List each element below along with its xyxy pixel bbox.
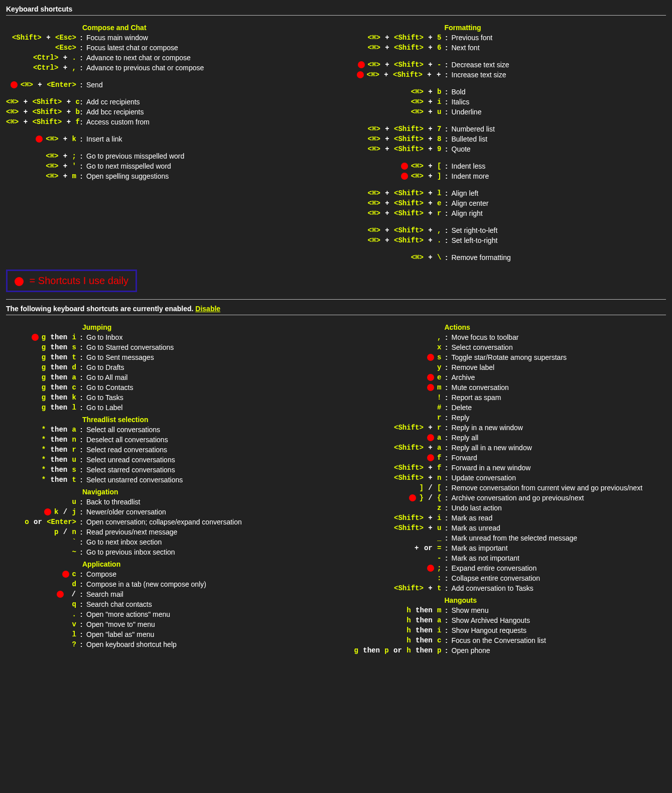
shortcut-row: c:Compose <box>6 569 326 579</box>
shortcut-description: Decrease text size <box>449 60 509 70</box>
shortcut-description: Select read conversations <box>83 445 167 455</box>
shortcut-row: <⌘> + u:Underline <box>346 107 666 117</box>
shortcut-row: <⌘> + <Enter>:Send <box>6 80 326 90</box>
red-dot-icon <box>15 277 24 286</box>
shortcut-row: <⌘> + ':Go to next misspelled word <box>6 161 326 171</box>
colon: : <box>445 635 449 645</box>
shortcut-keys: <⌘> + u <box>346 107 445 117</box>
shortcut-row: m:Mute conversation <box>346 382 666 392</box>
shortcut-keys: ; <box>346 563 445 573</box>
shortcut-keys: y <box>346 362 445 372</box>
shortcut-description: Previous font <box>449 33 493 43</box>
shortcut-keys: , <box>346 332 445 342</box>
shortcut-description: Toggle star/Rotate among superstars <box>449 352 567 362</box>
section-title: Threadlist selection <box>82 416 326 424</box>
shortcut-row: v:Open "move to" menu <box>6 619 326 629</box>
colon: : <box>79 579 83 589</box>
shortcut-keys: s <box>346 352 445 362</box>
colon: : <box>79 609 83 619</box>
shortcut-description: Access custom from <box>83 117 150 127</box>
shortcut-row: * then u:Select unread conversations <box>6 455 326 465</box>
colon: : <box>79 332 83 342</box>
shortcut-keys: h then c <box>346 635 445 645</box>
shortcut-description: Indent less <box>449 161 486 171</box>
shortcut-keys: h then a <box>346 615 445 625</box>
colon: : <box>79 435 83 445</box>
shortcut-row: <⌘> + <Shift> + + :Increase text size <box>346 70 666 80</box>
divider <box>6 15 666 16</box>
shortcut-keys: ~ <box>6 547 79 557</box>
shortcut-keys: g then a <box>6 372 79 382</box>
colon: : <box>445 97 449 107</box>
shortcut-description: Compose in a tab (new compose only) <box>83 579 206 589</box>
shortcut-keys: ` <box>6 537 79 547</box>
shortcut-keys: / <box>6 589 79 599</box>
colon: : <box>445 87 449 97</box>
colon: : <box>79 342 83 352</box>
shortcut-row: f:Forward <box>346 453 666 463</box>
disable-link[interactable]: Disable <box>195 305 220 313</box>
colon: : <box>79 171 83 181</box>
shortcut-description: Add conversation to Tasks <box>449 583 533 593</box>
shortcut-row: e:Archive <box>346 372 666 382</box>
shortcut-row: * then r:Select read conversations <box>6 445 326 455</box>
shortcut-description: Select conversation <box>449 342 513 352</box>
colon: : <box>445 513 449 523</box>
shortcut-row: * then s:Select starred conversations <box>6 465 326 475</box>
shortcut-row: d:Compose in a tab (new compose only) <box>6 579 326 589</box>
red-dot-icon <box>357 71 364 78</box>
colon: : <box>79 382 83 392</box>
shortcut-keys: <Shift> + f <box>346 463 445 473</box>
shortcut-row: <Shift> + <Esc>:Focus main window <box>6 33 326 43</box>
shortcut-row: g then d:Go to Drafts <box>6 362 326 372</box>
shortcut-description: Show menu <box>449 605 489 615</box>
shortcut-description: Add bcc recipients <box>83 107 144 117</box>
shortcut-description: Advance to next chat or compose <box>83 53 191 63</box>
shortcut-description: Go to Inbox <box>83 332 122 342</box>
shortcut-row: ;:Expand entire conversation <box>346 563 666 573</box>
colon: : <box>445 362 449 372</box>
shortcut-row: + or =:Mark as important <box>346 543 666 553</box>
shortcut-description: Open conversation; collapse/expand conve… <box>83 517 242 527</box>
shortcut-row: <⌘> + <Shift> + 5:Previous font <box>346 33 666 43</box>
colon: : <box>79 455 83 465</box>
colon: : <box>445 473 449 483</box>
colon: : <box>445 413 449 423</box>
shortcut-row: -:Mark as not important <box>346 553 666 563</box>
shortcut-description: Focus latest chat or compose <box>83 43 178 53</box>
colon: : <box>445 372 449 382</box>
shortcut-keys: ! <box>346 392 445 403</box>
colon: : <box>445 208 449 218</box>
shortcut-row: <⌘> + <Shift> + -:Decrease text size <box>346 60 666 70</box>
colon: : <box>445 225 449 235</box>
shortcut-keys: d <box>6 579 79 589</box>
shortcut-description: Mark as important <box>449 543 508 553</box>
shortcut-description: Align right <box>449 208 483 218</box>
colon: : <box>79 33 83 43</box>
column-left: Jumpingg then i:Go to Inboxg then s:Go t… <box>6 320 326 655</box>
colon: : <box>445 70 449 80</box>
shortcut-description: Go to next misspelled word <box>83 161 171 171</box>
column-left: Compose and Chat<Shift> + <Esc>:Focus ma… <box>6 21 326 262</box>
colon: : <box>445 171 449 181</box>
shortcut-keys: g then t <box>6 352 79 362</box>
colon: : <box>79 507 83 517</box>
red-dot-icon <box>427 565 434 572</box>
shortcut-keys: <Shift> + i <box>346 513 445 523</box>
red-dot-icon <box>36 136 43 143</box>
colon: : <box>79 117 83 127</box>
shortcut-row: !:Report as spam <box>346 392 666 403</box>
shortcut-row: ?:Open keyboard shortcut help <box>6 639 326 649</box>
page-title: Keyboard shortcuts <box>6 5 666 13</box>
colon: : <box>79 362 83 372</box>
shortcut-keys: <⌘> + <Shift> + 8 <box>346 134 445 144</box>
shortcut-row: <Shift> + a:Reply all in a new window <box>346 443 666 453</box>
shortcut-row: <Ctrl> + ,:Advance to previous chat or c… <box>6 63 326 73</box>
shortcut-row: u:Back to threadlist <box>6 497 326 507</box>
shortcut-keys: f <box>346 453 445 463</box>
shortcut-description: Show Hangout requests <box>449 625 526 635</box>
shortcut-row: ~:Go to previous inbox section <box>6 547 326 557</box>
colon: : <box>445 235 449 245</box>
shortcut-description: Move focus to toolbar <box>449 332 519 342</box>
shortcut-description: Add cc recipients <box>83 97 140 107</box>
